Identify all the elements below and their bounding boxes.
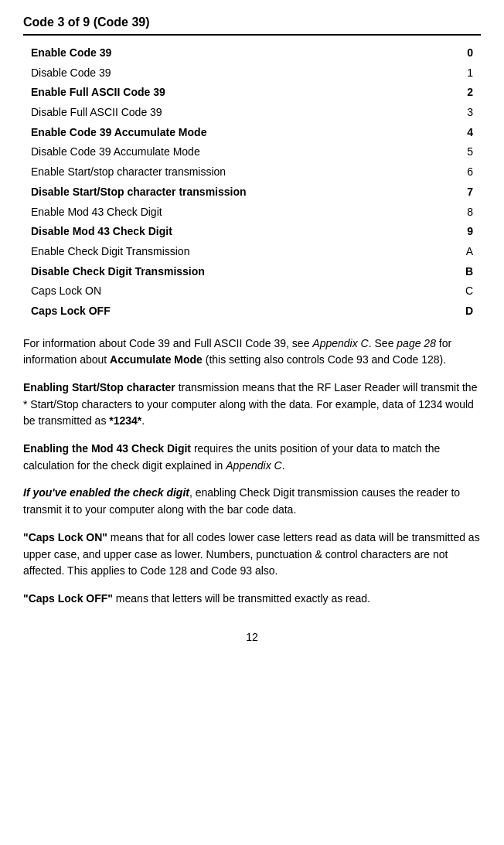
table-row: Enable Code 390 <box>23 43 481 63</box>
table-row: Disable Code 391 <box>23 63 481 83</box>
table-row: Disable Check Digit TransmissionB <box>23 262 481 282</box>
table-row: Disable Start/Stop character transmissio… <box>23 182 481 203</box>
paragraph-p1: For information about Code 39 and Full A… <box>23 336 481 369</box>
row-label: Enable Mod 43 Check Digit <box>31 204 458 221</box>
row-value: 2 <box>458 84 473 101</box>
table-row: Enable Mod 43 Check Digit8 <box>23 203 481 223</box>
table-row: Disable Full ASCII Code 393 <box>23 103 481 123</box>
paragraph-p3: Enabling the Mod 43 Check Digit requires… <box>23 441 481 474</box>
table-row: Disable Mod 43 Check Digit9 <box>23 222 481 242</box>
table-row: Disable Code 39 Accumulate Mode5 <box>23 142 481 162</box>
row-value: 5 <box>458 144 473 161</box>
row-label: Enable Full ASCII Code 39 <box>31 84 458 101</box>
table-row: Caps Lock ONC <box>23 281 481 302</box>
page-title: Code 3 of 9 (Code 39) <box>23 15 481 36</box>
paragraph-p5: "Caps Lock ON" means that for all codes … <box>23 530 481 580</box>
row-label: Disable Code 39 <box>31 65 458 82</box>
row-label: Enable Code 39 <box>31 45 458 62</box>
paragraph-p4: If you've enabled the check digit, enabl… <box>23 485 481 518</box>
table-row: Enable Code 39 Accumulate Mode4 <box>23 123 481 143</box>
page-number: 12 <box>23 631 481 643</box>
row-label: Disable Code 39 Accumulate Mode <box>31 144 458 161</box>
table-row: Enable Full ASCII Code 392 <box>23 83 481 103</box>
row-value: 3 <box>458 104 473 121</box>
table-row: Enable Check Digit TransmissionA <box>23 242 481 262</box>
row-label: Caps Lock OFF <box>31 303 458 320</box>
row-value: 6 <box>458 164 473 181</box>
row-value: 7 <box>458 184 473 201</box>
row-value: 9 <box>458 223 473 240</box>
row-value: 8 <box>458 204 473 221</box>
row-label: Enable Start/stop character transmission <box>31 164 458 181</box>
row-label: Disable Full ASCII Code 39 <box>31 104 458 121</box>
row-label: Enable Code 39 Accumulate Mode <box>31 124 458 141</box>
row-label: Caps Lock ON <box>31 283 458 300</box>
row-value: 4 <box>458 124 473 141</box>
row-value: A <box>458 244 473 261</box>
row-value: 0 <box>458 45 473 62</box>
row-value: B <box>458 264 473 281</box>
row-label: Enable Check Digit Transmission <box>31 244 458 261</box>
table-row: Caps Lock OFFD <box>23 302 481 322</box>
paragraph-p6: "Caps Lock OFF" means that letters will … <box>23 591 481 608</box>
row-value: C <box>458 283 473 300</box>
row-label: Disable Mod 43 Check Digit <box>31 223 458 240</box>
code-table: Enable Code 390Disable Code 391Enable Fu… <box>23 43 481 322</box>
row-label: Disable Check Digit Transmission <box>31 264 458 281</box>
paragraph-p2: Enabling Start/Stop character transmissi… <box>23 380 481 430</box>
paragraphs-section: For information about Code 39 and Full A… <box>23 336 481 608</box>
table-row: Enable Start/stop character transmission… <box>23 162 481 182</box>
row-value: D <box>458 303 473 320</box>
row-label: Disable Start/Stop character transmissio… <box>31 184 458 201</box>
row-value: 1 <box>458 65 473 82</box>
